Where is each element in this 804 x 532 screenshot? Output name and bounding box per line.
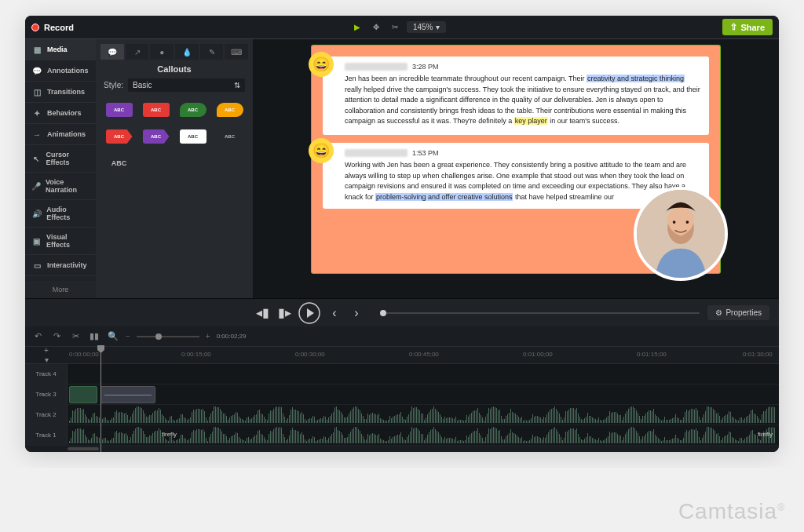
callout-preset[interactable]: ABC	[213, 98, 247, 122]
properties-button[interactable]: ⚙ Properties	[707, 305, 769, 320]
canvas-media[interactable]: 😄 3:28 PM Jen has been an incredible tea…	[312, 46, 720, 273]
style-dropdown[interactable]: Basic⇅	[128, 78, 245, 92]
timeline-clip[interactable]	[100, 386, 155, 403]
callout-tab[interactable]: 💬	[100, 44, 124, 60]
ruler-head: + ▾	[25, 347, 68, 363]
comment-text: Jen has been an incredible teammate thro…	[331, 74, 701, 127]
upload-icon: ⇧	[730, 22, 737, 32]
timeline-scrollbar[interactable]	[25, 446, 779, 452]
left-sidebar: ▦Media 💬Annotations ◫Transitions ✦Behavi…	[25, 39, 96, 298]
main-body: ▦Media 💬Annotations ◫Transitions ✦Behavi…	[25, 39, 779, 298]
track-content[interactable]	[68, 405, 779, 425]
emoji-laugh-icon: 😄	[309, 138, 334, 163]
share-button[interactable]: ⇧ Share	[722, 19, 773, 35]
callout-preset[interactable]: ABC	[102, 98, 136, 122]
cut-icon[interactable]: ✂	[69, 330, 82, 343]
track-content[interactable]	[68, 364, 779, 384]
sketch-tab[interactable]: ✎	[200, 44, 224, 60]
sidebar-tab-transitions[interactable]: ◫Transitions	[25, 82, 96, 103]
ruler-labels[interactable]: 0:00:00;00 0:00:15;00 0:00:30;00 0:00:45…	[68, 347, 779, 363]
callout-preset[interactable]: ABC	[139, 98, 173, 122]
sidebar-tab-media[interactable]: ▦Media	[25, 39, 96, 60]
play-button[interactable]	[298, 302, 320, 324]
prev-frame-button[interactable]: ◂▮	[254, 305, 270, 321]
callout-preset[interactable]: ABC	[176, 98, 210, 122]
track-row[interactable]: Track 3	[25, 384, 779, 405]
sidebar-tab-cursor-effects[interactable]: ↖Cursor Effects	[25, 145, 96, 173]
clip-title: firefly	[162, 431, 177, 438]
sidebar-tab-voice-narration[interactable]: 🎤Voice Narration	[25, 173, 96, 200]
zoom-dropdown[interactable]: 145% ▾	[407, 21, 447, 33]
track-label[interactable]: Track 4	[25, 364, 68, 384]
clip-title: firefly	[758, 431, 773, 438]
split-icon[interactable]: ▮▮	[88, 330, 100, 343]
redo-icon[interactable]: ↷	[50, 330, 63, 343]
top-bar: Record ▶ ✥ ✂ 145% ▾ ⇧ Share	[25, 16, 779, 39]
callout-preset[interactable]: ABC	[176, 125, 210, 148]
zoom-value: 145%	[413, 23, 433, 31]
cursor-effects-icon: ↖	[31, 154, 42, 163]
timeline-clip[interactable]	[69, 386, 97, 403]
timeline-timecode: 0:00:02;29	[217, 333, 247, 340]
plus-icon[interactable]: +	[44, 346, 49, 355]
track-content[interactable]: firefly firefly	[68, 425, 779, 445]
track-row[interactable]: Track 2	[25, 405, 779, 425]
record-label: Record	[44, 23, 74, 32]
media-icon: ▦	[31, 45, 42, 54]
sidebar-tab-audio-effects[interactable]: 🔊Audio Effects	[25, 200, 96, 228]
chevron-updown-icon: ⇅	[234, 81, 240, 89]
next-frame-button[interactable]: ▮▸	[276, 305, 292, 321]
track-content[interactable]	[68, 384, 779, 404]
webcam-overlay[interactable]	[634, 187, 728, 281]
style-row: Style: Basic⇅	[100, 78, 248, 92]
track-row[interactable]: Track 1 firefly firefly	[25, 425, 779, 446]
timeline-toolbar: ↶ ↷ ✂ ▮▮ 🔍 − + 0:00:02;29	[25, 326, 779, 347]
hand-tool-icon[interactable]: ✥	[369, 20, 383, 35]
blur-tab[interactable]: 💧	[175, 44, 199, 60]
sidebar-tab-animations[interactable]: →Animations	[25, 124, 96, 145]
behaviors-icon: ✦	[31, 108, 42, 118]
canvas-area[interactable]: 😄 3:28 PM Jen has been an incredible tea…	[253, 39, 779, 298]
sidebar-tab-interactivity[interactable]: ▭Interactivity	[25, 255, 96, 276]
annotations-icon: 💬	[31, 66, 42, 75]
sidebar-tab-visual-effects[interactable]: ▣Visual Effects	[25, 228, 96, 255]
track-row[interactable]: Track 4	[25, 364, 779, 384]
playhead[interactable]	[100, 347, 101, 452]
comment-time: 1:53 PM	[412, 149, 439, 157]
undo-icon[interactable]: ↶	[31, 330, 44, 343]
timeline-tracks: Track 4 Track 3 Track 2 Track 1 firefly …	[25, 364, 779, 446]
callout-preset[interactable]: ABC	[213, 125, 247, 148]
track-label[interactable]: Track 3	[25, 384, 68, 404]
step-fwd-button[interactable]: ›	[349, 305, 364, 321]
chevron-down-icon: ▾	[436, 23, 440, 31]
playback-slider[interactable]	[380, 312, 700, 314]
cursor-tool-icon[interactable]: ▶	[350, 20, 364, 35]
crop-tool-icon[interactable]: ✂	[388, 20, 402, 35]
arrow-tab[interactable]: ↗	[126, 44, 149, 60]
chevron-down-icon[interactable]: ▾	[45, 355, 49, 364]
callout-preset[interactable]: ABC	[102, 125, 136, 148]
shape-tab[interactable]: ●	[150, 44, 174, 60]
svg-point-1	[673, 220, 676, 224]
callout-preset[interactable]: ABC	[102, 151, 136, 175]
record-button[interactable]: Record	[31, 23, 74, 32]
sidebar-more[interactable]: More	[25, 281, 96, 298]
share-label: Share	[740, 23, 765, 32]
scrollbar-thumb[interactable]	[68, 447, 99, 450]
track-label[interactable]: Track 1	[25, 425, 68, 445]
zoom-in-icon[interactable]: 🔍	[107, 330, 119, 343]
timeline-ruler[interactable]: + ▾ 0:00:00;00 0:00:15;00 0:00:30;00 0:0…	[25, 347, 779, 364]
top-center-toolbar: ▶ ✥ ✂ 145% ▾	[350, 20, 447, 35]
transitions-icon: ◫	[31, 87, 42, 97]
callout-preset[interactable]: ABC	[139, 125, 173, 148]
step-back-button[interactable]: ‹	[327, 305, 342, 321]
gear-icon: ⚙	[715, 308, 722, 317]
sidebar-tab-behaviors[interactable]: ✦Behaviors	[25, 103, 96, 124]
audio-waveform[interactable]	[69, 406, 777, 423]
app-window: Record ▶ ✥ ✂ 145% ▾ ⇧ Share ▦Media 💬Anno…	[25, 16, 779, 452]
audio-icon: 🔊	[31, 209, 42, 218]
keystroke-tab[interactable]: ⌨	[225, 44, 248, 60]
track-label[interactable]: Track 2	[25, 405, 68, 425]
sidebar-tab-annotations[interactable]: 💬Annotations	[25, 60, 96, 82]
timeline-zoom-slider[interactable]	[137, 336, 199, 337]
